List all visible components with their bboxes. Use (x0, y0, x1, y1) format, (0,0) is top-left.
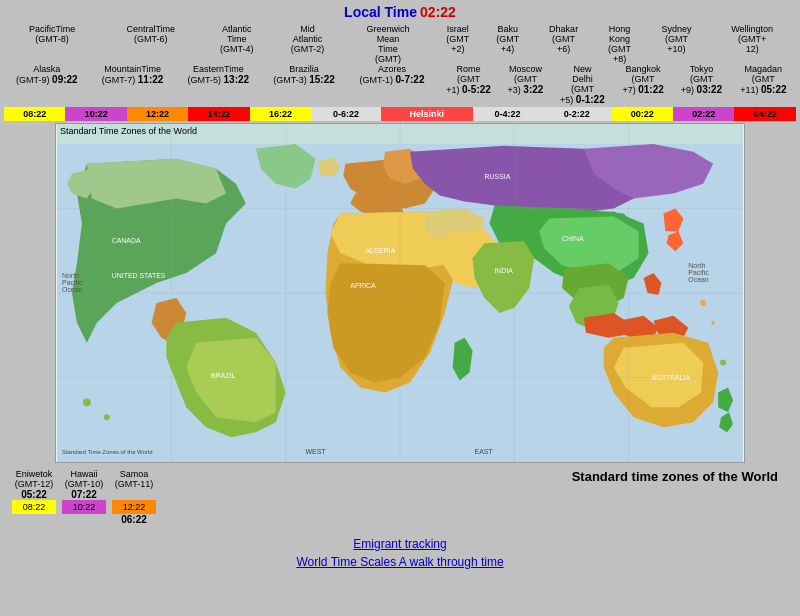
color-bar-row: 08:22 10:22 12:22 14:22 16:22 0-6:22 Hel… (4, 107, 796, 121)
svg-text:Standard Time Zones of the Wor: Standard Time Zones of the World (62, 449, 153, 455)
header: Local Time 02:22 (4, 4, 796, 20)
tz-eastern: EasternTime(GMT-5) 13:22 (175, 64, 261, 105)
svg-text:Indian Ocean: Indian Ocean (435, 461, 476, 462)
svg-text:EAST: EAST (475, 448, 494, 455)
world-map-svg: CANADA UNITED STATES BRAZIL ALGERIA AFRI… (56, 124, 744, 462)
tz-israel: Israel(GMT+2) (433, 24, 483, 64)
bottom-tz-row: Eniwetok (GMT-12) 05:22 08:22 Hawaii (GM… (12, 469, 788, 525)
svg-text:Pacific: Pacific (62, 279, 83, 286)
tz-gmt: GreenwichMeanTime(GMT) (343, 24, 433, 64)
bar-1622: 16:22 (250, 107, 311, 121)
svg-point-40 (83, 398, 91, 406)
svg-text:South Atlantic Ocean: South Atlantic Ocean (211, 461, 276, 462)
tz-atlantic: AtlanticTime(GMT-4) (201, 24, 272, 64)
row2-labels: Alaska(GMT-9) 09:22 MountainTime(GMT-7) … (4, 64, 796, 105)
row1-labels: PacificTime(GMT-8) CentralTime(GMT-6) At… (4, 24, 796, 64)
svg-text:Ocean: Ocean (62, 286, 83, 293)
emigrant-tracking-link[interactable]: Emigrant tracking (12, 537, 788, 551)
worldscales-link[interactable]: World Time Scales A walk through time (12, 555, 788, 569)
svg-text:North: North (688, 262, 705, 269)
map-label-inside: Standard Time Zones of the World (60, 126, 197, 136)
links-section: Emigrant tracking World Time Scales A wa… (12, 525, 788, 577)
svg-text:AUSTRALIA: AUSTRALIA (652, 374, 691, 381)
local-time: 02:22 (420, 4, 456, 20)
tz-eniwetok: Eniwetok (GMT-12) 05:22 08:22 (12, 469, 56, 514)
bar-0822: 08:22 (4, 107, 65, 121)
page-title: Local Time (344, 4, 417, 20)
svg-text:CHINA: CHINA (562, 235, 584, 242)
svg-text:INDIA: INDIA (494, 267, 513, 274)
tz-brazilia: Brazilia(GMT-3) 15:22 (261, 64, 347, 105)
bar-0222neg: 0-2:22 (542, 107, 611, 121)
tz-alaska: Alaska(GMT-9) 09:22 (4, 64, 90, 105)
tz-bangkok: Bangkok(GMT+7) 01:22 (614, 64, 672, 105)
row1-timezone-table: PacificTime(GMT-8) CentralTime(GMT-6) At… (4, 24, 796, 64)
tz-dhakar: Dhakar(GMT+6) (533, 24, 595, 64)
svg-text:ALGERIA: ALGERIA (365, 247, 395, 254)
world-map: Standard Time Zones of the World (55, 123, 745, 463)
svg-text:North: North (62, 272, 79, 279)
main-container: Local Time 02:22 PacificTime(GMT-8) Cent… (0, 0, 800, 585)
map-caption-area: Standard time zones of the World (162, 469, 788, 484)
tz-hongkong: HongKong(GMT+8) (595, 24, 645, 64)
bar-0622: 0-6:22 (311, 107, 380, 121)
svg-text:Pacific: Pacific (688, 269, 709, 276)
bar-1422: 14:22 (188, 107, 249, 121)
svg-point-39 (711, 321, 715, 325)
bar-helsinki: Helsinki (381, 107, 473, 121)
tz-tokyo: Tokyo(GMT+9) 03:22 (672, 64, 730, 105)
map-caption: Standard time zones of the World (162, 469, 778, 484)
bar-1022: 10:22 (65, 107, 126, 121)
row2-timezone-table: Alaska(GMT-9) 09:22 MountainTime(GMT-7) … (4, 64, 796, 105)
svg-point-42 (720, 360, 726, 366)
svg-text:WEST: WEST (306, 448, 327, 455)
svg-text:RUSSIA: RUSSIA (485, 173, 511, 180)
bottom-section: Eniwetok (GMT-12) 05:22 08:22 Hawaii (GM… (4, 465, 796, 581)
tz-hawaii: Hawaii (GMT-10) 07:22 10:22 (62, 469, 106, 514)
map-container: Standard Time Zones of the World (4, 121, 796, 465)
bar-0022: 00:22 (612, 107, 673, 121)
svg-marker-3 (87, 159, 226, 209)
tz-sydney: Sydney(GMT+10) (644, 24, 708, 64)
bar-0222: 02:22 (673, 107, 734, 121)
bar-0422: 0-4:22 (473, 107, 542, 121)
tz-central: CentralTime(GMT-6) (100, 24, 201, 64)
tz-wellington: Wellington(GMT+12) (708, 24, 796, 64)
bar-0422b: 04:22 (734, 107, 796, 121)
svg-text:Ocean: Ocean (688, 276, 709, 283)
bar-1222: 12:22 (127, 107, 188, 121)
color-bar-table: 08:22 10:22 12:22 14:22 16:22 0-6:22 Hel… (4, 107, 796, 121)
tz-samoa: Samoa (GMT-11) 12:22 06:22 (112, 469, 156, 525)
tz-azores: Azores(GMT-1) 0-7:22 (347, 64, 437, 105)
svg-text:UNITED STATES: UNITED STATES (112, 272, 166, 279)
tz-rome: Rome(GMT+1) 0-5:22 (437, 64, 500, 105)
tz-magadan: Magadan(GMT+11) 05:22 (731, 64, 796, 105)
svg-text:CANADA: CANADA (112, 237, 141, 244)
tz-midatlantic: MidAtlantic(GMT-2) (272, 24, 343, 64)
tz-baku: Baku(GMT+4) (483, 24, 533, 64)
svg-point-38 (700, 300, 706, 306)
tz-moscow: Moscow(GMT+3) 3:22 (500, 64, 551, 105)
tz-newdelhi: NewDelhi(GMT+5) 0-1:22 (551, 64, 614, 105)
svg-point-41 (104, 414, 110, 420)
svg-text:AFRICA: AFRICA (350, 282, 376, 289)
svg-text:BRAZIL: BRAZIL (211, 372, 235, 379)
tz-mountain: MountainTime(GMT-7) 11:22 (90, 64, 176, 105)
tz-pacific: PacificTime(GMT-8) (4, 24, 100, 64)
